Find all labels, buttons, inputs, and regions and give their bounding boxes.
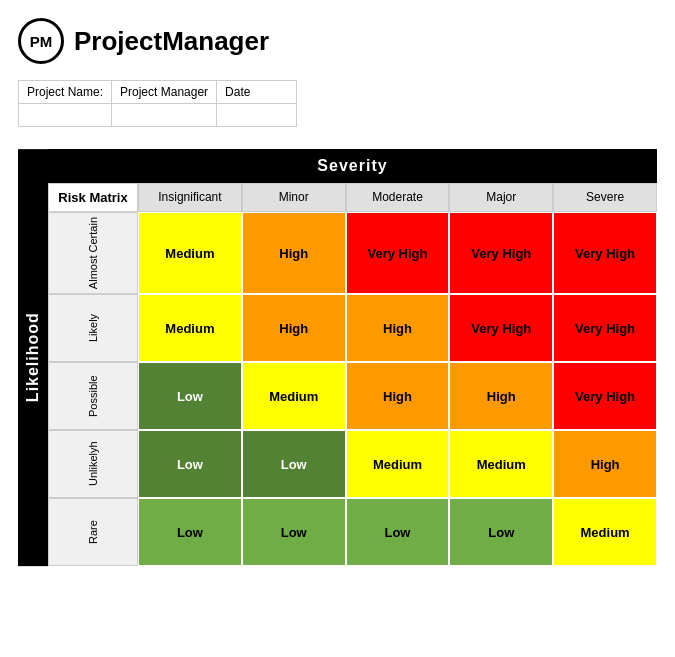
matrix-cell: Low (242, 498, 346, 566)
app-header: PM ProjectManager (10, 10, 665, 76)
matrix-cell: Low (242, 430, 346, 498)
matrix-cell: Medium (138, 212, 242, 294)
data-row: Almost CertainMediumHighVery HighVery Hi… (48, 212, 657, 294)
col-header-minor: Minor (242, 183, 346, 212)
matrix-cell: High (346, 294, 450, 362)
matrix-cell: Very High (449, 294, 553, 362)
likelihood-label: Likelihood (18, 149, 48, 566)
data-rows: Almost CertainMediumHighVery HighVery Hi… (48, 212, 657, 566)
logo: PM (18, 18, 64, 64)
col-header-moderate: Moderate (346, 183, 450, 212)
matrix-cell: Very High (553, 362, 657, 430)
col-header-row: Risk Matrix Insignificant Minor Moderate… (48, 183, 657, 212)
col-header-major: Major (449, 183, 553, 212)
matrix-cell: High (242, 294, 346, 362)
matrix-cell: Low (138, 498, 242, 566)
matrix-cell: Low (346, 498, 450, 566)
matrix-grid: Severity Risk Matrix Insignificant Minor… (48, 149, 657, 566)
matrix-cell: Very High (553, 212, 657, 294)
matrix-cell: Very High (553, 294, 657, 362)
matrix-cell: High (553, 430, 657, 498)
date-value[interactable] (217, 104, 297, 127)
data-row: PossibleLowMediumHighHighVery High (48, 362, 657, 430)
matrix-cell: Medium (346, 430, 450, 498)
matrix-cell: Medium (242, 362, 346, 430)
matrix-cell: Medium (449, 430, 553, 498)
row-label-likely: Likely (48, 294, 138, 362)
col-header-severe: Severe (553, 183, 657, 212)
row-label-almost-certain: Almost Certain (48, 212, 138, 294)
data-row: UnlikelyhLowLowMediumMediumHigh (48, 430, 657, 498)
risk-matrix: Likelihood Severity Risk Matrix Insignif… (18, 149, 657, 566)
logo-text: PM (30, 33, 53, 50)
severity-header: Severity (48, 149, 657, 183)
matrix-cell: Medium (553, 498, 657, 566)
date-label: Date (217, 81, 297, 104)
matrix-cell: Very High (346, 212, 450, 294)
app-title: ProjectManager (74, 26, 269, 57)
data-row: LikelyMediumHighHighVery HighVery High (48, 294, 657, 362)
matrix-cell: Low (449, 498, 553, 566)
matrix-cell: High (242, 212, 346, 294)
col-header-insignificant: Insignificant (138, 183, 242, 212)
project-manager-label: Project Manager (112, 81, 217, 104)
row-label-rare: Rare (48, 498, 138, 566)
matrix-cell: High (449, 362, 553, 430)
matrix-cell: Low (138, 430, 242, 498)
project-info-table: Project Name: Project Manager Date (18, 80, 297, 127)
risk-matrix-label: Risk Matrix (48, 183, 138, 212)
data-row: RareLowLowLowLowMedium (48, 498, 657, 566)
matrix-cell: Medium (138, 294, 242, 362)
row-label-possible: Possible (48, 362, 138, 430)
matrix-cell: Low (138, 362, 242, 430)
project-name-label: Project Name: (19, 81, 112, 104)
matrix-cell: Very High (449, 212, 553, 294)
project-name-value[interactable] (19, 104, 112, 127)
row-label-unlikelyh: Unlikelyh (48, 430, 138, 498)
project-manager-value[interactable] (112, 104, 217, 127)
matrix-cell: High (346, 362, 450, 430)
